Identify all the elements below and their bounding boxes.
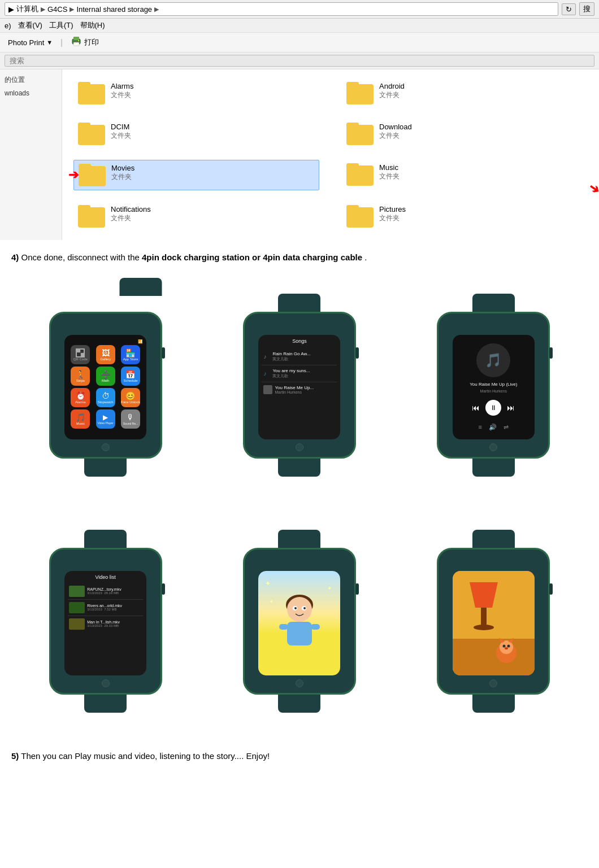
- sidebar-item-downloads[interactable]: wnloads: [5, 89, 57, 97]
- watch1-home-btn[interactable]: [102, 443, 110, 451]
- path-computer[interactable]: 计算机: [16, 4, 38, 14]
- watch1-band-bottom: [84, 459, 127, 477]
- folder-android-info: Android 文件夹: [379, 82, 583, 100]
- toolbar-separator: |: [60, 38, 63, 47]
- app-row-1: QR Code 🖼 Gallery 🏪 App Store: [68, 345, 143, 364]
- watch5-band-top: [278, 530, 320, 548]
- folder-music-type: 文件夹: [379, 172, 583, 181]
- dropdown-arrow: ▼: [46, 39, 53, 46]
- folder-movies[interactable]: Movies 文件夹 ➔: [73, 160, 319, 190]
- print-icon: [71, 36, 82, 49]
- watch1-app-grid: 📶 QR Code �: [64, 335, 146, 439]
- folder-pictures-info: Pictures 文件夹: [379, 205, 583, 223]
- watch6-room: [453, 571, 535, 675]
- watch3-home-btn[interactable]: [489, 443, 497, 451]
- menu-view[interactable]: 查看(V): [18, 20, 42, 30]
- folder-download[interactable]: Download 文件夹: [342, 119, 588, 149]
- music-name-1: Rain Rain Go Aw...: [272, 351, 335, 356]
- star-1: ✦: [265, 579, 271, 587]
- svg-point-17: [474, 625, 494, 630]
- watch1-side-btn[interactable]: [162, 347, 165, 359]
- video-meta-1: 3/13/2023 28.16 MB: [87, 591, 142, 595]
- folder-music-icon: [346, 163, 374, 186]
- photo-print-button[interactable]: Photo Print ▼: [5, 37, 56, 48]
- watch4-screen: Video list RAPUNZ...tory.mkv 3/13/2023 2…: [64, 571, 146, 675]
- main-content: 的位置 wnloads Alarms 文件夹: [0, 69, 599, 240]
- watch1-screen: 📶 QR Code �: [64, 335, 146, 439]
- music-lang-2: 英文儿歌: [272, 373, 335, 379]
- watch6-side-btn[interactable]: [549, 583, 553, 595]
- watch2-band-top: [278, 294, 320, 312]
- folder-pictures-icon: [346, 205, 374, 228]
- svg-point-5: [287, 597, 312, 622]
- sidebar-item-location[interactable]: 的位置: [5, 75, 57, 85]
- menu-tools[interactable]: 工具(T): [49, 20, 73, 30]
- folder-notifications[interactable]: Notifications 文件夹: [73, 202, 319, 231]
- folder-android[interactable]: Android 文件夹: [342, 78, 588, 108]
- video-name-3: Man In T...lish.mkv: [87, 620, 142, 624]
- print-button[interactable]: 打印: [67, 35, 102, 50]
- folder-pictures[interactable]: Pictures 文件夹: [342, 202, 588, 231]
- sidebar: 的位置 wnloads: [0, 69, 62, 240]
- watch4-side-btn[interactable]: [162, 583, 165, 595]
- explorer-bar: ▶ 计算机 ▶ G4CS ▶ Internal shared storage ▶…: [0, 0, 599, 19]
- app-row-4: 🎵 Music ▶ Video Player 🎙 Sound Re...: [68, 409, 143, 429]
- watch2-band-bottom: [278, 459, 320, 477]
- watch5-body: ✦ ✦ ✦: [243, 548, 356, 695]
- folder-android-icon: [346, 82, 374, 104]
- watch2-home-btn[interactable]: [296, 443, 303, 451]
- folder-alarms-info: Alarms 文件夹: [111, 82, 315, 100]
- path-sep-2: ▶: [70, 6, 74, 13]
- refresh-button[interactable]: ↻: [562, 3, 576, 15]
- video-name-2: Rivers an...orld.mkv: [87, 604, 142, 608]
- watch3-screen: 🎵 You Raise Me Up (Live) Martin Hurkens …: [453, 335, 535, 439]
- watch1-body: 📶 QR Code �: [49, 312, 162, 459]
- watch2-side-btn[interactable]: [355, 347, 359, 359]
- watch4-band-top: [84, 530, 127, 548]
- music-screen-title: Songs: [262, 338, 337, 344]
- music-item-1: ♪ Rain Rain Go Aw... 英文儿歌: [262, 348, 337, 365]
- watch5-side-btn[interactable]: [355, 583, 359, 595]
- now-playing-artist: Martin Hurkens: [480, 389, 507, 393]
- svg-point-23: [507, 644, 510, 647]
- menu-help[interactable]: 帮助(H): [80, 20, 105, 30]
- watch-now-playing-container: 🎵 You Raise Me Up (Live) Martin Hurkens …: [400, 276, 588, 495]
- folder-download-type: 文件夹: [379, 131, 583, 141]
- music-note-2: ♪: [263, 370, 270, 377]
- explorer-path[interactable]: ▶ 计算机 ▶ G4CS ▶ Internal shared storage ▶: [5, 2, 558, 16]
- prev-btn[interactable]: ⏮: [472, 403, 480, 412]
- watch3-body: 🎵 You Raise Me Up (Live) Martin Hurkens …: [437, 312, 550, 459]
- video-item-3: Man In T...lish.mkv 3/13/2023 29.33 MB: [68, 616, 143, 632]
- watch3-side-btn[interactable]: [549, 347, 553, 359]
- folder-dcim[interactable]: DCIM 文件夹: [73, 119, 319, 149]
- app-video: ▶ Video Player: [96, 409, 115, 429]
- folder-alarms-type: 文件夹: [111, 90, 315, 100]
- menu-prefix: e): [5, 21, 11, 30]
- video-info-1: RAPUNZ...tory.mkv 3/13/2023 28.16 MB: [87, 587, 142, 595]
- folder-alarms-name: Alarms: [111, 82, 315, 90]
- app-alarms: ⏰ Alarms: [71, 388, 90, 407]
- app-gallery: 🖼 Gallery: [96, 345, 115, 364]
- watch6-home-btn[interactable]: [489, 679, 497, 687]
- folder-music[interactable]: Music 文件夹 ➔: [342, 160, 588, 190]
- folder-dcim-info: DCIM 文件夹: [111, 123, 315, 141]
- folder-alarms[interactable]: Alarms 文件夹: [73, 78, 319, 108]
- next-btn[interactable]: ⏭: [507, 403, 515, 412]
- app-store: 🏪 App Store: [121, 345, 140, 364]
- play-pause-btn[interactable]: ⏸: [485, 400, 501, 416]
- navigate-button[interactable]: 搜: [579, 2, 594, 16]
- video-thumb-2: [69, 602, 85, 613]
- path-g4cs[interactable]: G4CS: [47, 5, 67, 14]
- watch3-band-top: [472, 294, 515, 312]
- folder-pictures-name: Pictures: [379, 205, 583, 213]
- watch5-cartoon: ✦ ✦ ✦: [258, 571, 340, 675]
- folder-movies-type: 文件夹: [111, 172, 314, 182]
- watch4-video-list: Video list RAPUNZ...tory.mkv 3/13/2023 2…: [64, 571, 146, 675]
- video-info-2: Rivers an...orld.mkv 3/13/2023 7.52 MB: [87, 604, 142, 611]
- music-name-3: You Raise Me Up...: [275, 385, 335, 390]
- watch4-home-btn[interactable]: [102, 679, 110, 687]
- path-storage[interactable]: Internal shared storage: [76, 5, 152, 14]
- watch5-home-btn[interactable]: [296, 679, 303, 687]
- app-row-2: 🚶 Steps ➗ Math 📅 Schedule: [68, 367, 143, 386]
- search-input[interactable]: [5, 55, 594, 67]
